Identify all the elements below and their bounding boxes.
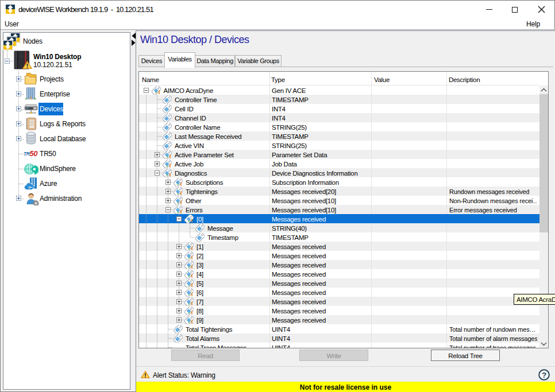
svg-text:50: 50 bbox=[30, 149, 38, 157]
